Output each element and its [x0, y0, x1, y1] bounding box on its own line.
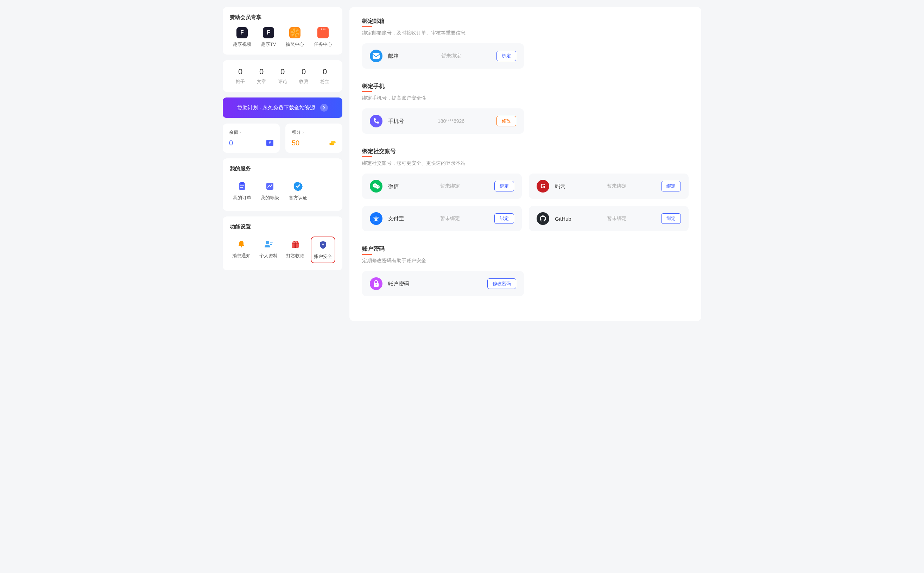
wechat-icon	[370, 180, 383, 193]
video-icon: F	[236, 27, 248, 38]
svg-point-22	[375, 185, 376, 185]
clipboard-icon	[237, 181, 247, 191]
svg-point-3	[331, 141, 336, 144]
arrow-right-icon	[320, 104, 328, 111]
svg-rect-12	[270, 244, 272, 245]
chevron-right-icon: ›	[302, 130, 304, 135]
bind-alipay-button[interactable]: 绑定	[494, 213, 514, 224]
svg-rect-7	[240, 187, 243, 188]
phone-status: 180****6926	[411, 118, 491, 124]
binding-github: GitHub 暂未绑定 绑定	[529, 206, 689, 231]
service-orders[interactable]: 我的订单	[230, 178, 255, 204]
settings-card: 功能设置 消息通知 个人资料 打赏收款 账户安全	[223, 216, 342, 270]
section-title-phone: 绑定手机	[362, 83, 689, 90]
settings-title: 功能设置	[230, 224, 335, 230]
section-title-social: 绑定社交账号	[362, 148, 689, 155]
svg-rect-6	[240, 185, 244, 186]
sponsor-text: 赞助计划 · 永久免费下载全站资源	[237, 105, 316, 111]
tv-icon: F	[263, 27, 274, 38]
service-level[interactable]: 我的等级	[258, 178, 283, 204]
gitee-icon: G	[536, 180, 549, 193]
svg-point-10	[266, 241, 269, 244]
lock-icon	[370, 277, 383, 290]
section-password: 账户密码 定期修改密码有助于账户安全 账户密码 修改密码	[362, 245, 689, 296]
email-icon	[370, 50, 383, 62]
gift-icon	[290, 240, 300, 249]
stat-favorites[interactable]: 0 收藏	[299, 67, 308, 85]
user-icon	[264, 240, 274, 249]
svg-point-21	[374, 185, 375, 185]
settings-notifications[interactable]: 消息通知	[230, 236, 253, 263]
stat-posts[interactable]: 0 帖子	[236, 67, 245, 85]
settings-security[interactable]: 账户安全	[311, 236, 336, 263]
balance-value: 0	[229, 139, 233, 147]
stat-articles[interactable]: 0 文章	[257, 67, 266, 85]
main-content: 绑定邮箱 绑定邮箱账号，及时接收订单、审核等重要信息 邮箱 暂未绑定 绑定 绑定…	[349, 7, 701, 321]
svg-rect-11	[270, 243, 273, 243]
member-item-tv[interactable]: F 趣享TV	[261, 27, 276, 47]
svg-text:支: 支	[373, 216, 379, 222]
member-item-lottery[interactable]: 抽奖中心	[286, 27, 304, 47]
shield-icon	[318, 240, 328, 250]
stats-card: 0 帖子 0 文章 0 评论 0 收藏 0 粉丝	[223, 60, 342, 92]
svg-text:¥: ¥	[269, 141, 271, 145]
settings-reward[interactable]: 打赏收款	[284, 236, 307, 263]
svg-rect-5	[240, 182, 244, 184]
binding-password: 账户密码 修改密码	[362, 271, 524, 296]
svg-point-20	[375, 185, 380, 189]
member-item-tasks[interactable]: 任务中心	[314, 27, 332, 47]
service-verify[interactable]: 官方认证	[286, 178, 310, 204]
chevron-right-icon: ›	[240, 130, 241, 135]
bell-icon	[236, 240, 246, 249]
member-item-video[interactable]: F 趣享视频	[233, 27, 251, 47]
settings-profile[interactable]: 个人资料	[257, 236, 280, 263]
svg-point-27	[376, 284, 377, 285]
sponsor-banner[interactable]: 赞助计划 · 永久免费下载全站资源	[223, 97, 342, 118]
member-title: 赞助会员专享	[230, 14, 335, 21]
bind-github-button[interactable]: 绑定	[661, 213, 681, 224]
change-password-button[interactable]: 修改密码	[487, 279, 516, 289]
binding-alipay: 支 支付宝 暂未绑定 绑定	[362, 206, 522, 231]
wheel-icon	[289, 27, 300, 38]
binding-phone: 手机号 180****6926 修改	[362, 108, 524, 134]
svg-rect-17	[323, 244, 324, 246]
stat-comments[interactable]: 0 评论	[278, 67, 287, 85]
github-icon	[536, 212, 549, 225]
section-social: 绑定社交账号 绑定社交账号，您可更安全、更快速的登录本站 微信 暂未绑定 绑定 …	[362, 148, 689, 231]
binding-wechat: 微信 暂未绑定 绑定	[362, 174, 522, 199]
balance-card[interactable]: 余额 › 0 ¥	[223, 124, 280, 153]
coins-icon	[329, 140, 336, 147]
svg-rect-18	[373, 53, 380, 59]
email-status: 暂未绑定	[411, 53, 491, 59]
verified-badge-icon	[293, 181, 303, 191]
section-title-email: 绑定邮箱	[362, 17, 689, 25]
task-icon	[317, 27, 328, 38]
services-card: 我的服务 我的订单 我的等级 官方认证	[223, 158, 342, 211]
section-title-password: 账户密码	[362, 245, 689, 253]
bind-wechat-button[interactable]: 绑定	[494, 181, 514, 191]
binding-email: 邮箱 暂未绑定 绑定	[362, 43, 524, 69]
svg-rect-15	[294, 243, 296, 248]
points-card[interactable]: 积分 › 50	[285, 124, 342, 153]
points-value: 50	[292, 139, 299, 147]
phone-icon	[370, 115, 383, 127]
services-title: 我的服务	[230, 166, 335, 172]
bind-email-button[interactable]: 绑定	[497, 51, 516, 61]
section-phone: 绑定手机 绑定手机号，提高账户安全性 手机号 180****6926 修改	[362, 83, 689, 134]
bind-gitee-button[interactable]: 绑定	[661, 181, 681, 191]
stat-fans[interactable]: 0 粉丝	[320, 67, 329, 85]
svg-point-9	[241, 246, 242, 247]
binding-gitee: G 码云 暂未绑定 绑定	[529, 174, 689, 199]
modify-phone-button[interactable]: 修改	[497, 116, 516, 126]
member-exclusive-card: 赞助会员专享 F 趣享视频 F 趣享TV 抽奖中心 任务中心	[223, 7, 342, 55]
svg-point-23	[377, 186, 377, 187]
section-email: 绑定邮箱 绑定邮箱账号，及时接收订单、审核等重要信息 邮箱 暂未绑定 绑定	[362, 17, 689, 69]
alipay-icon: 支	[370, 212, 383, 225]
chart-icon	[265, 181, 275, 191]
wallet-icon: ¥	[266, 140, 274, 147]
svg-point-24	[378, 186, 378, 187]
